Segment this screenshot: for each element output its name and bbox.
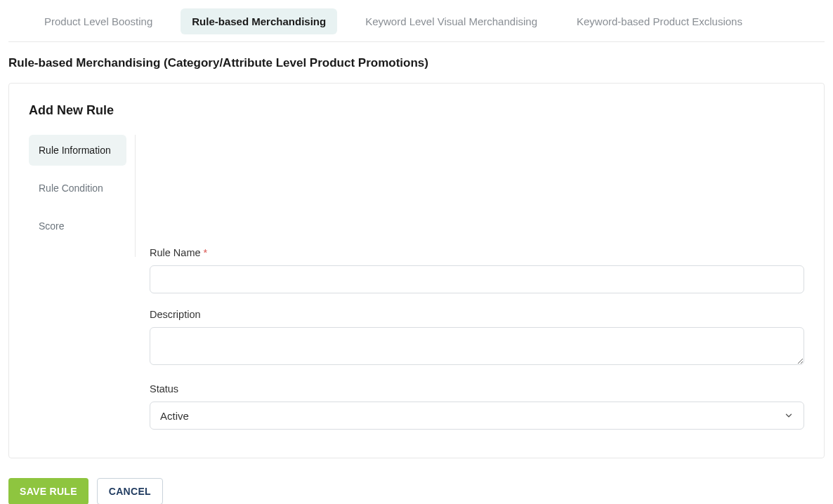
form-area: Rule Name * Description Status Active: [136, 135, 804, 430]
top-tabs: Product Level Boosting Rule-based Mercha…: [8, 8, 825, 42]
status-label: Status: [150, 383, 804, 394]
side-tabs: Rule Information Rule Condition Score: [29, 135, 136, 257]
description-label: Description: [150, 309, 804, 320]
tab-rule-based-merchandising[interactable]: Rule-based Merchandising: [181, 8, 337, 34]
form-group-description: Description: [150, 309, 804, 368]
tab-product-level-boosting[interactable]: Product Level Boosting: [33, 8, 164, 34]
required-asterisk: *: [204, 247, 208, 258]
add-rule-card: Add New Rule Rule Information Rule Condi…: [8, 83, 825, 458]
rule-name-input[interactable]: [150, 265, 804, 293]
save-rule-button[interactable]: SAVE RULE: [8, 478, 88, 504]
side-tab-score[interactable]: Score: [29, 211, 126, 241]
tab-keyword-based-product-exclusions[interactable]: Keyword-based Product Exclusions: [565, 8, 754, 34]
chevron-down-icon: [784, 411, 794, 420]
tab-keyword-level-visual-merchandising[interactable]: Keyword Level Visual Merchandising: [354, 8, 549, 34]
side-tab-rule-information[interactable]: Rule Information: [29, 135, 126, 166]
rule-name-label-text: Rule Name: [150, 247, 201, 258]
description-input[interactable]: [150, 327, 804, 365]
side-tab-rule-condition[interactable]: Rule Condition: [29, 173, 126, 204]
action-buttons: SAVE RULE CANCEL: [8, 478, 825, 504]
status-select[interactable]: Active: [150, 402, 804, 430]
status-selected-value: Active: [160, 410, 784, 422]
section-title: Rule-based Merchandising (Category/Attri…: [8, 56, 825, 70]
form-group-status: Status Active: [150, 383, 804, 430]
cancel-button[interactable]: CANCEL: [97, 478, 163, 504]
form-group-rule-name: Rule Name *: [150, 247, 804, 293]
card-title: Add New Rule: [29, 103, 804, 118]
rule-name-label: Rule Name *: [150, 247, 804, 258]
